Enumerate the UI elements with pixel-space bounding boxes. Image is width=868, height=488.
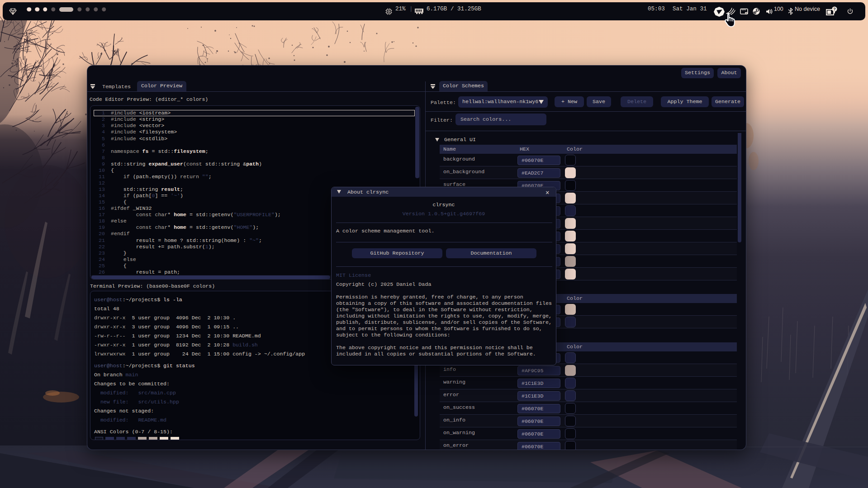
svg-text:?: ?: [833, 7, 836, 11]
